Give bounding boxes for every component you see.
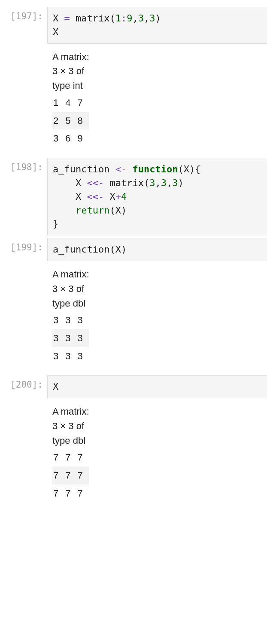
output-content: A matrix:3 × 3 oftype int147258369	[47, 46, 267, 155]
matrix-cell: 4	[64, 94, 76, 112]
execution-count: [198]:	[0, 158, 47, 172]
matrix-cell: 3	[64, 329, 76, 347]
code-input[interactable]: X	[47, 375, 267, 398]
output-header-line: type int	[52, 79, 267, 92]
output-header-line: A matrix:	[52, 268, 267, 281]
matrix-cell: 2	[52, 112, 64, 130]
matrix-table: 333333333	[52, 311, 89, 365]
output-header-line: type dbl	[52, 434, 267, 447]
matrix-cell: 1	[52, 94, 64, 112]
matrix-cell: 3	[77, 347, 89, 365]
matrix-cell: 3	[52, 311, 64, 329]
matrix-cell: 7	[77, 448, 89, 466]
table-row: 777	[52, 448, 89, 466]
cell-input: [198]:a_function <- function(X){ X <<- m…	[0, 158, 267, 235]
matrix-cell: 7	[77, 466, 89, 485]
table-row: 258	[52, 112, 89, 130]
matrix-cell: 5	[64, 112, 76, 130]
table-row: 369	[52, 129, 89, 147]
output-header-line: type dbl	[52, 297, 267, 310]
matrix-cell: 7	[77, 485, 89, 503]
matrix-cell: 7	[64, 466, 76, 485]
execution-count: [199]:	[0, 238, 47, 253]
matrix-cell: 9	[77, 129, 89, 147]
table-row: 777	[52, 466, 89, 485]
cell-input: [200]:X	[0, 375, 267, 398]
matrix-cell: 3	[77, 329, 89, 347]
table-row: 147	[52, 94, 89, 112]
table-row: 333	[52, 347, 89, 365]
execution-count: [200]:	[0, 375, 47, 390]
output-header-line: A matrix:	[52, 51, 267, 63]
matrix-cell: 7	[52, 448, 64, 466]
matrix-cell: 7	[64, 448, 76, 466]
output-header-line: A matrix:	[52, 405, 267, 418]
matrix-cell: 3	[64, 311, 76, 329]
matrix-cell: 3	[77, 311, 89, 329]
output-content: A matrix:3 × 3 oftype dbl333333333	[47, 264, 267, 373]
cell-output: A matrix:3 × 3 oftype int147258369	[0, 46, 267, 155]
matrix-table: 777777777	[52, 448, 89, 502]
matrix-table: 147258369	[52, 94, 89, 147]
code-input[interactable]: X = matrix(1:9,3,3)X	[47, 7, 267, 44]
execution-count: [197]:	[0, 7, 47, 21]
output-content: A matrix:3 × 3 oftype dbl777777777	[47, 401, 267, 510]
matrix-cell: 7	[52, 466, 64, 485]
table-row: 333	[52, 329, 89, 347]
table-row: 777	[52, 485, 89, 503]
matrix-cell: 3	[52, 129, 64, 147]
matrix-cell: 6	[64, 129, 76, 147]
output-header-line: 3 × 3 of	[52, 65, 267, 78]
code-input[interactable]: a_function(X)	[47, 238, 267, 261]
matrix-cell: 3	[52, 347, 64, 365]
matrix-cell: 8	[77, 112, 89, 130]
cell-input: [199]:a_function(X)	[0, 238, 267, 261]
matrix-cell: 3	[64, 347, 76, 365]
cell-output: A matrix:3 × 3 oftype dbl777777777	[0, 401, 267, 510]
matrix-cell: 7	[52, 485, 64, 503]
code-input[interactable]: a_function <- function(X){ X <<- matrix(…	[47, 158, 267, 235]
cell-input: [197]:X = matrix(1:9,3,3)X	[0, 7, 267, 44]
output-header-line: 3 × 3 of	[52, 283, 267, 295]
notebook: [197]:X = matrix(1:9,3,3)XA matrix:3 × 3…	[0, 0, 267, 523]
matrix-cell: 7	[64, 485, 76, 503]
output-header-line: 3 × 3 of	[52, 420, 267, 433]
table-row: 333	[52, 311, 89, 329]
cell-output: A matrix:3 × 3 oftype dbl333333333	[0, 264, 267, 373]
matrix-cell: 3	[52, 329, 64, 347]
matrix-cell: 7	[77, 94, 89, 112]
